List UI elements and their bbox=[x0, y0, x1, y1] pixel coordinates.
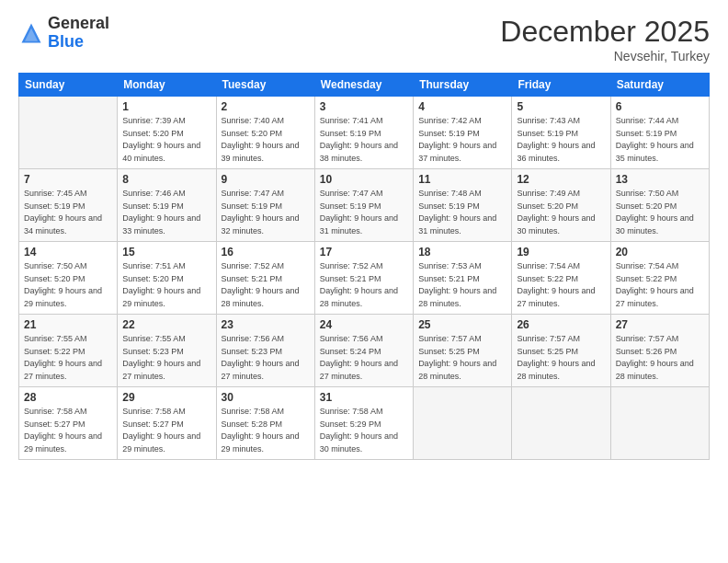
table-row: 10Sunrise: 7:47 AMSunset: 5:19 PMDayligh… bbox=[314, 169, 413, 242]
table-row: 4Sunrise: 7:42 AMSunset: 5:19 PMDaylight… bbox=[414, 97, 512, 169]
table-row: 24Sunrise: 7:56 AMSunset: 5:24 PMDayligh… bbox=[314, 315, 413, 387]
table-row: 19Sunrise: 7:54 AMSunset: 5:22 PMDayligh… bbox=[512, 242, 610, 315]
table-row: 2Sunrise: 7:40 AMSunset: 5:20 PMDaylight… bbox=[216, 97, 314, 169]
table-row bbox=[512, 387, 610, 460]
table-row: 30Sunrise: 7:58 AMSunset: 5:28 PMDayligh… bbox=[216, 387, 314, 460]
table-row: 22Sunrise: 7:55 AMSunset: 5:23 PMDayligh… bbox=[118, 315, 216, 387]
header: General Blue December 2025 Nevsehir, Tur… bbox=[18, 15, 710, 63]
week-row-2: 7Sunrise: 7:45 AMSunset: 5:19 PMDaylight… bbox=[19, 169, 710, 242]
week-row-4: 21Sunrise: 7:55 AMSunset: 5:22 PMDayligh… bbox=[19, 315, 710, 387]
col-sunday: Sunday bbox=[19, 74, 118, 97]
logo-icon bbox=[18, 20, 44, 46]
logo-general-text: General bbox=[48, 14, 109, 32]
table-row: 29Sunrise: 7:58 AMSunset: 5:27 PMDayligh… bbox=[118, 387, 216, 460]
logo: General Blue bbox=[18, 15, 109, 52]
table-row: 20Sunrise: 7:54 AMSunset: 5:22 PMDayligh… bbox=[610, 242, 709, 315]
table-row: 31Sunrise: 7:58 AMSunset: 5:29 PMDayligh… bbox=[314, 387, 413, 460]
col-friday: Friday bbox=[512, 74, 610, 97]
calendar-table: Sunday Monday Tuesday Wednesday Thursday… bbox=[18, 73, 710, 460]
table-row: 6Sunrise: 7:44 AMSunset: 5:19 PMDaylight… bbox=[610, 97, 709, 169]
table-row: 13Sunrise: 7:50 AMSunset: 5:20 PMDayligh… bbox=[610, 169, 709, 242]
table-row: 11Sunrise: 7:48 AMSunset: 5:19 PMDayligh… bbox=[414, 169, 512, 242]
calendar-page: General Blue December 2025 Nevsehir, Tur… bbox=[0, 0, 728, 563]
table-row: 14Sunrise: 7:50 AMSunset: 5:20 PMDayligh… bbox=[19, 242, 118, 315]
table-row: 9Sunrise: 7:47 AMSunset: 5:19 PMDaylight… bbox=[216, 169, 314, 242]
table-row: 18Sunrise: 7:53 AMSunset: 5:21 PMDayligh… bbox=[414, 242, 512, 315]
table-row: 1Sunrise: 7:39 AMSunset: 5:20 PMDaylight… bbox=[118, 97, 216, 169]
table-row: 12Sunrise: 7:49 AMSunset: 5:20 PMDayligh… bbox=[512, 169, 610, 242]
table-row: 16Sunrise: 7:52 AMSunset: 5:21 PMDayligh… bbox=[216, 242, 314, 315]
table-row bbox=[610, 387, 709, 460]
title-block: December 2025 Nevsehir, Turkey bbox=[500, 15, 710, 63]
table-row: 21Sunrise: 7:55 AMSunset: 5:22 PMDayligh… bbox=[19, 315, 118, 387]
table-row: 15Sunrise: 7:51 AMSunset: 5:20 PMDayligh… bbox=[118, 242, 216, 315]
col-thursday: Thursday bbox=[414, 74, 512, 97]
month-title: December 2025 bbox=[500, 15, 710, 49]
table-row: 27Sunrise: 7:57 AMSunset: 5:26 PMDayligh… bbox=[610, 315, 709, 387]
col-wednesday: Wednesday bbox=[314, 74, 413, 97]
location: Nevsehir, Turkey bbox=[500, 49, 710, 63]
logo-blue-text: Blue bbox=[48, 32, 84, 51]
week-row-3: 14Sunrise: 7:50 AMSunset: 5:20 PMDayligh… bbox=[19, 242, 710, 315]
table-row: 5Sunrise: 7:43 AMSunset: 5:19 PMDaylight… bbox=[512, 97, 610, 169]
table-row: 3Sunrise: 7:41 AMSunset: 5:19 PMDaylight… bbox=[314, 97, 413, 169]
col-monday: Monday bbox=[118, 74, 216, 97]
table-row: 23Sunrise: 7:56 AMSunset: 5:23 PMDayligh… bbox=[216, 315, 314, 387]
table-row: 7Sunrise: 7:45 AMSunset: 5:19 PMDaylight… bbox=[19, 169, 118, 242]
table-row: 8Sunrise: 7:46 AMSunset: 5:19 PMDaylight… bbox=[118, 169, 216, 242]
table-row: 26Sunrise: 7:57 AMSunset: 5:25 PMDayligh… bbox=[512, 315, 610, 387]
week-row-5: 28Sunrise: 7:58 AMSunset: 5:27 PMDayligh… bbox=[19, 387, 710, 460]
col-tuesday: Tuesday bbox=[216, 74, 314, 97]
week-row-1: 1Sunrise: 7:39 AMSunset: 5:20 PMDaylight… bbox=[19, 97, 710, 169]
table-row bbox=[414, 387, 512, 460]
header-row: Sunday Monday Tuesday Wednesday Thursday… bbox=[19, 74, 710, 97]
table-row: 17Sunrise: 7:52 AMSunset: 5:21 PMDayligh… bbox=[314, 242, 413, 315]
col-saturday: Saturday bbox=[610, 74, 709, 97]
table-row: 28Sunrise: 7:58 AMSunset: 5:27 PMDayligh… bbox=[19, 387, 118, 460]
table-row: 25Sunrise: 7:57 AMSunset: 5:25 PMDayligh… bbox=[414, 315, 512, 387]
table-row bbox=[19, 97, 118, 169]
